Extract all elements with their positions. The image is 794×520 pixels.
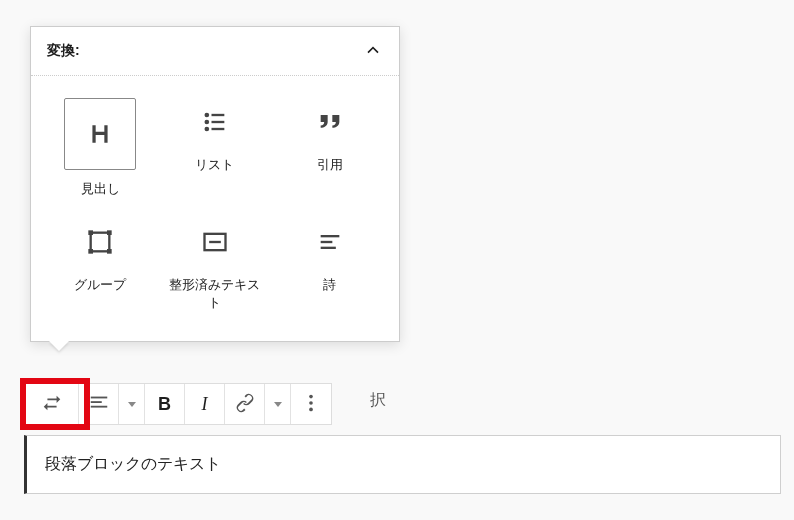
svg-rect-17 <box>90 401 101 403</box>
quote-icon <box>306 98 354 146</box>
transform-grid: 見出し リスト 引用 グループ 整形済みテキスト <box>31 76 399 341</box>
transform-option-quote[interactable]: 引用 <box>276 98 383 198</box>
svg-point-2 <box>204 120 209 125</box>
paragraph-block[interactable]: 段落ブロックのテキスト <box>24 435 781 494</box>
chevron-up-icon <box>363 41 383 61</box>
verse-icon <box>306 218 354 266</box>
transform-option-group[interactable]: グループ <box>47 218 154 312</box>
more-options-button[interactable] <box>291 384 331 424</box>
svg-point-20 <box>309 401 313 405</box>
preformatted-icon <box>191 218 239 266</box>
align-left-icon <box>88 392 110 417</box>
svg-rect-12 <box>209 241 221 243</box>
svg-point-0 <box>204 113 209 118</box>
svg-rect-1 <box>211 114 224 116</box>
transform-option-label: グループ <box>74 276 126 294</box>
svg-rect-9 <box>89 249 94 254</box>
transform-option-label: 詩 <box>323 276 336 294</box>
transform-option-label: 引用 <box>317 156 343 174</box>
align-button[interactable] <box>79 384 119 424</box>
transform-option-label: リスト <box>195 156 234 174</box>
transform-option-label: 見出し <box>81 180 120 198</box>
svg-rect-16 <box>90 396 107 398</box>
svg-rect-3 <box>211 121 224 123</box>
block-switcher-button[interactable] <box>25 384 79 424</box>
transform-option-list[interactable]: リスト <box>162 98 269 198</box>
bold-icon: B <box>158 394 171 415</box>
link-icon <box>234 392 256 417</box>
align-dropdown[interactable] <box>119 384 145 424</box>
svg-rect-5 <box>211 128 224 130</box>
block-toolbar: B I <box>24 383 332 425</box>
list-icon <box>191 98 239 146</box>
group-icon <box>76 218 124 266</box>
more-formatting-dropdown[interactable] <box>265 384 291 424</box>
popover-header[interactable]: 変換: <box>31 27 399 76</box>
svg-rect-10 <box>107 249 112 254</box>
svg-point-21 <box>309 407 313 411</box>
italic-button[interactable]: I <box>185 384 225 424</box>
transform-option-verse[interactable]: 詩 <box>276 218 383 312</box>
transform-option-heading[interactable]: 見出し <box>47 98 154 198</box>
chevron-down-icon <box>274 402 282 407</box>
link-button[interactable] <box>225 384 265 424</box>
paragraph-text: 段落ブロックのテキスト <box>45 455 221 472</box>
more-vertical-icon <box>300 392 322 417</box>
popover-title: 変換: <box>47 42 80 60</box>
svg-rect-7 <box>89 231 94 236</box>
transform-option-preformatted[interactable]: 整形済みテキスト <box>162 218 269 312</box>
svg-rect-8 <box>107 231 112 236</box>
svg-rect-18 <box>90 405 107 407</box>
svg-point-19 <box>309 394 313 398</box>
svg-rect-13 <box>320 235 339 237</box>
transform-icon <box>41 392 63 417</box>
background-text: 択 <box>370 390 386 411</box>
svg-rect-15 <box>320 247 335 249</box>
transform-option-label: 整形済みテキスト <box>165 276 265 312</box>
bold-button[interactable]: B <box>145 384 185 424</box>
chevron-down-icon <box>128 402 136 407</box>
svg-rect-6 <box>91 233 110 252</box>
svg-point-4 <box>204 127 209 132</box>
svg-rect-14 <box>320 241 332 243</box>
italic-icon: I <box>202 394 208 415</box>
block-transform-popover: 変換: 見出し リスト 引用 グループ <box>30 26 400 342</box>
heading-icon <box>64 98 136 170</box>
